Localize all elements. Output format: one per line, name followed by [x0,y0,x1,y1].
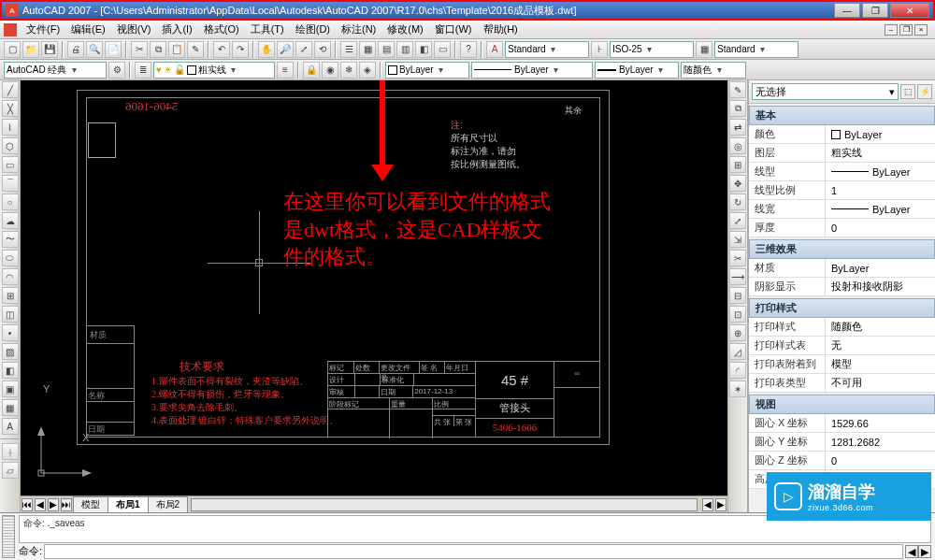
zoom-win-icon[interactable]: ⤢ [295,41,312,58]
plot-icon[interactable]: 🖨 [67,41,84,58]
revcloud-icon[interactable]: ☁ [2,212,19,229]
save-icon[interactable]: 💾 [41,41,58,58]
dim-icon[interactable]: ⊦ [591,41,608,58]
mdi-restore[interactable]: ❐ [899,24,913,36]
cmd-scroll-right[interactable]: ▶ [918,545,931,558]
pick-icon[interactable]: ⬚ [900,84,915,99]
ellipse-icon[interactable]: ⬭ [2,250,19,266]
copy2-icon[interactable]: ⧉ [729,100,746,117]
insert-icon[interactable]: ⊞ [2,287,19,304]
table-icon[interactable]: ▦ [696,41,712,58]
tab-prev-icon[interactable]: ◀ [35,498,46,511]
tab-layout1[interactable]: 布局1 [108,496,149,513]
menu-window[interactable]: 窗口(W) [429,22,478,36]
close-button[interactable]: ✕ [890,3,929,18]
menu-dim[interactable]: 标注(N) [336,22,381,36]
undo-icon[interactable]: ↶ [213,41,230,58]
tab-layout2[interactable]: 布局2 [148,496,189,513]
cut-icon[interactable]: ✂ [131,41,148,58]
menu-modify[interactable]: 修改(M) [381,22,429,36]
workspace-combo[interactable]: AutoCAD 经典▾ [4,62,107,79]
xline-icon[interactable]: ╳ [2,100,19,117]
tp-icon[interactable]: ▤ [378,41,395,58]
move-icon[interactable]: ✥ [729,175,746,192]
new-icon[interactable]: ▢ [4,41,21,58]
break-icon[interactable]: ⊟ [729,287,746,304]
mdi-minimize[interactable]: – [885,24,898,36]
style-a-icon[interactable]: A [486,41,503,58]
maximize-button[interactable]: ❐ [862,3,888,18]
point-icon[interactable]: • [2,324,19,341]
menu-format[interactable]: 格式(O) [198,22,245,36]
match-icon[interactable]: ✎ [187,41,204,58]
block-icon[interactable]: ◫ [2,306,19,323]
arc-icon[interactable]: ⌒ [2,175,19,192]
gradient-icon[interactable]: ◧ [2,362,19,379]
break2-icon[interactable]: ⊡ [729,306,746,323]
trim-icon[interactable]: ✂ [729,250,746,266]
hscroll-track[interactable] [191,498,698,511]
erase-icon[interactable]: ✎ [729,81,746,98]
hscroll-right-icon[interactable]: ▶ [715,498,726,511]
dist-icon[interactable]: ⟊ [2,443,19,460]
layer-iso-icon[interactable]: ◈ [359,62,376,79]
tab-first-icon[interactable]: ⏮ [22,498,33,511]
layer-freeze-icon[interactable]: ❄ [340,62,357,79]
rotate-icon[interactable]: ↻ [729,194,746,210]
menu-draw[interactable]: 绘图(D) [290,22,336,36]
qselect-icon[interactable]: ⚡ [917,84,932,99]
ellarc-icon[interactable]: ◠ [2,268,19,285]
layer-lock-icon[interactable]: 🔒 [303,62,320,79]
color-combo[interactable]: ByLayer▾ [385,62,469,79]
spline-icon[interactable]: 〜 [2,231,19,248]
command-input[interactable] [44,544,903,559]
cmd-grip[interactable] [2,515,15,558]
mdi-close[interactable]: × [914,24,928,36]
publish-icon[interactable]: 📄 [105,41,122,58]
copy-icon[interactable]: ⧉ [150,41,166,58]
menu-file[interactable]: 文件(F) [21,22,65,36]
dc-icon[interactable]: ▦ [359,41,376,58]
hscroll-left-icon[interactable]: ◀ [702,498,713,511]
tablestyle-combo[interactable]: Standard▾ [714,41,798,58]
ws-save-icon[interactable]: ⚙ [108,62,125,79]
plotstyle-combo[interactable]: 随颜色▾ [681,62,746,79]
scale-icon[interactable]: ⤢ [729,212,746,229]
tab-last-icon[interactable]: ⏭ [61,498,72,511]
redo-icon[interactable]: ↷ [232,41,249,58]
calc-icon[interactable]: ▭ [434,41,451,58]
hatch-icon[interactable]: ▨ [2,343,19,360]
menu-insert[interactable]: 插入(I) [156,22,197,36]
preview-icon[interactable]: 🔍 [86,41,103,58]
open-icon[interactable]: 📁 [22,41,39,58]
tab-next-icon[interactable]: ▶ [48,498,59,511]
mirror-icon[interactable]: ⇄ [729,119,746,136]
line-icon[interactable]: ╱ [2,81,19,98]
lineweight-combo[interactable]: ByLayer▾ [595,62,679,79]
table-draw-icon[interactable]: ▦ [2,399,19,416]
extend-icon[interactable]: ⟶ [729,268,746,285]
mtext-icon[interactable]: A [2,418,19,435]
explode-icon[interactable]: ✶ [729,381,746,397]
selection-combo[interactable]: 无选择▾ [752,83,899,100]
cmd-scroll-left[interactable]: ◀ [905,545,918,558]
menu-view[interactable]: 视图(V) [111,22,157,36]
menu-help[interactable]: 帮助(H) [478,22,524,36]
chamfer-icon[interactable]: ◿ [729,343,746,360]
minimize-button[interactable]: — [834,3,860,18]
rect-icon[interactable]: ▭ [2,156,19,173]
layer-mgr-icon[interactable]: ≣ [135,62,151,79]
markup-icon[interactable]: ◧ [415,41,432,58]
pan-icon[interactable]: ✋ [258,41,275,58]
help-icon[interactable]: ? [460,41,477,58]
linetype-combo[interactable]: ByLayer▾ [471,62,593,79]
join-icon[interactable]: ⊕ [729,324,746,341]
layer-prev-icon[interactable]: ≡ [277,62,294,79]
dimstyle-combo[interactable]: ISO-25▾ [610,41,694,58]
region-icon[interactable]: ▣ [2,381,19,397]
zoom-rt-icon[interactable]: 🔎 [277,41,294,58]
offset-icon[interactable]: ◎ [729,137,746,154]
paste-icon[interactable]: 📋 [168,41,185,58]
stretch-icon[interactable]: ⇲ [729,231,746,248]
zoom-prev-icon[interactable]: ⟲ [314,41,331,58]
